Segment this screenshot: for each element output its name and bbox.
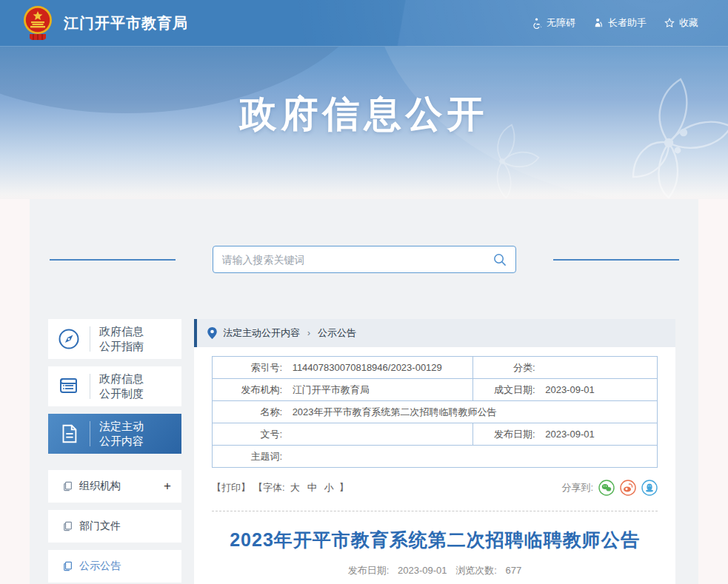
document-icon (48, 423, 90, 445)
table-row: 发布机构: 江门开平市教育局 成文日期: 2023-09-01 (213, 379, 658, 401)
wechat-icon[interactable] (598, 480, 615, 496)
sidebar-item-label: 法定主动 公开内容 (90, 419, 144, 449)
page-banner: 政府信息公开 (0, 47, 728, 199)
banner-title: 政府信息公开 (0, 90, 728, 139)
qq-icon[interactable] (641, 480, 658, 496)
publish-date-label: 发布日期: (478, 428, 535, 441)
publisher-label: 发布机构: (217, 383, 282, 397)
font-size-small-button[interactable]: 小 (324, 481, 334, 494)
spacer (48, 461, 181, 470)
sidebar-sub-label: 公示公告 (79, 560, 121, 573)
name-label: 名称: (217, 406, 282, 419)
doc-no-cell: 文号: (213, 423, 473, 446)
main-content-card: 政府信息 公开指南 政府信息 公开制度 (30, 199, 698, 584)
share-label: 分享到: (561, 481, 593, 494)
label-line2: 公开制度 (99, 387, 144, 400)
sidebar-sub-label: 组织机构 (79, 480, 121, 493)
print-font-controls: 【打印】 【字体: 大 中 小 】 (212, 481, 349, 494)
article-publish-date: 2023-09-01 (398, 565, 447, 576)
location-pin-icon (207, 327, 217, 339)
keywords-cell: 主题词: (213, 446, 658, 468)
table-row: 索引号: 114407830070818946/2023-00129 分类: (213, 357, 658, 379)
written-date-value: 2023-09-01 (545, 384, 595, 395)
sidebar-item-public-announcements[interactable]: 公示公告 (48, 550, 181, 583)
article-meta: 发布日期: 2023-09-01 浏览次数: 677 (212, 564, 658, 577)
breadcrumb-separator: › (307, 328, 310, 338)
search-section (30, 246, 698, 273)
label-line1: 法定主动 (99, 420, 144, 432)
article-views-label: 浏览次数: (455, 565, 497, 576)
print-button[interactable]: 【打印】 (212, 481, 250, 494)
breadcrumb: 法定主动公开内容 › 公示公告 (194, 319, 675, 347)
label-line1: 政府信息 (99, 325, 144, 338)
site-brand[interactable]: 江门开平市教育局 (21, 4, 188, 41)
document-meta-table: 索引号: 114407830070818946/2023-00129 分类: 发… (212, 356, 658, 468)
compass-icon (48, 327, 90, 351)
wheelchair-icon (531, 18, 542, 29)
share-controls: 分享到: (561, 480, 658, 496)
pages-icon (63, 561, 73, 571)
keywords-label: 主题词: (217, 450, 282, 463)
name-cell: 名称: 2023年开平市教育系统第二次招聘临聘教师公告 (213, 401, 658, 423)
label-line2: 公开内容 (99, 434, 144, 447)
table-row: 主题词: (213, 446, 658, 468)
publisher-value: 江门开平市教育局 (293, 384, 370, 395)
category-cell: 分类: (472, 357, 657, 379)
table-row: 名称: 2023年开平市教育系统第二次招聘临聘教师公告 (213, 401, 658, 423)
sidebar-item-label: 政府信息 公开制度 (90, 372, 144, 402)
sidebar-item-label: 政府信息 公开指南 (90, 324, 144, 355)
index-label: 索引号: (217, 361, 282, 375)
font-size-large-button[interactable]: 大 (290, 481, 300, 494)
publish-date-cell: 发布日期: 2023-09-01 (472, 423, 657, 446)
elder-icon (593, 18, 604, 28)
font-size-prefix: 【字体: (253, 481, 285, 494)
decorative-line-right (553, 259, 679, 261)
expand-plus-icon[interactable]: + (164, 479, 171, 494)
article-publish-date-label: 发布日期: (348, 565, 390, 576)
publish-date-value: 2023-09-01 (545, 429, 595, 440)
article-views: 677 (505, 565, 521, 576)
index-value: 114407830070818946/2023-00129 (293, 362, 442, 373)
publisher-cell: 发布机构: 江门开平市教育局 (213, 379, 473, 401)
elder-helper-link[interactable]: 长者助手 (593, 16, 647, 30)
accessibility-link[interactable]: 无障碍 (531, 16, 575, 30)
book-icon (48, 375, 90, 398)
sidebar-item-disclosure-system[interactable]: 政府信息 公开制度 (48, 366, 181, 406)
pages-icon (63, 521, 73, 531)
sidebar-item-department-documents[interactable]: 部门文件 (48, 510, 181, 543)
site-title: 江门开平市教育局 (64, 13, 188, 33)
index-cell: 索引号: 114407830070818946/2023-00129 (213, 357, 473, 379)
search-icon[interactable] (492, 252, 507, 266)
doc-no-label: 文号: (217, 428, 282, 441)
star-icon (664, 18, 675, 28)
search-box (213, 246, 516, 273)
written-date-cell: 成文日期: 2023-09-01 (472, 379, 657, 401)
table-row: 文号: 发布日期: 2023-09-01 (213, 423, 658, 446)
breadcrumb-item-current[interactable]: 公示公告 (318, 326, 356, 340)
search-input[interactable] (222, 254, 492, 266)
national-emblem-logo (21, 4, 55, 41)
accessibility-label: 无障碍 (547, 16, 575, 30)
font-size-medium-button[interactable]: 中 (307, 481, 317, 494)
name-value: 2023年开平市教育系统第二次招聘临聘教师公告 (293, 406, 497, 417)
document-toolbar: 【打印】 【字体: 大 中 小 】 分享到: (212, 480, 658, 496)
weibo-icon[interactable] (620, 480, 636, 496)
site-header: 江门开平市教育局 无障碍 长者助手 收藏 (0, 0, 728, 47)
decorative-line-left (50, 259, 176, 261)
favorite-link[interactable]: 收藏 (664, 16, 698, 30)
dashed-divider (212, 511, 658, 511)
article-title: 2023年开平市教育系统第二次招聘临聘教师公告 (212, 528, 658, 552)
article-panel: 法定主动公开内容 › 公示公告 索引号: 114407830070818946/… (194, 319, 675, 584)
breadcrumb-item-parent[interactable]: 法定主动公开内容 (223, 326, 300, 340)
pages-icon (63, 481, 73, 491)
category-label: 分类: (478, 361, 535, 375)
sidebar-item-statutory-disclosure[interactable]: 法定主动 公开内容 (48, 414, 181, 454)
elder-helper-label: 长者助手 (608, 16, 647, 30)
sidebar-sub-label: 部门文件 (79, 520, 121, 533)
written-date-label: 成文日期: (478, 383, 535, 397)
favorite-label: 收藏 (679, 16, 698, 30)
sidebar-item-disclosure-guide[interactable]: 政府信息 公开指南 (48, 319, 181, 359)
label-line2: 公开指南 (99, 340, 144, 352)
sidebar: 政府信息 公开指南 政府信息 公开制度 (48, 319, 181, 584)
sidebar-item-organization[interactable]: 组织机构 + (48, 470, 181, 503)
